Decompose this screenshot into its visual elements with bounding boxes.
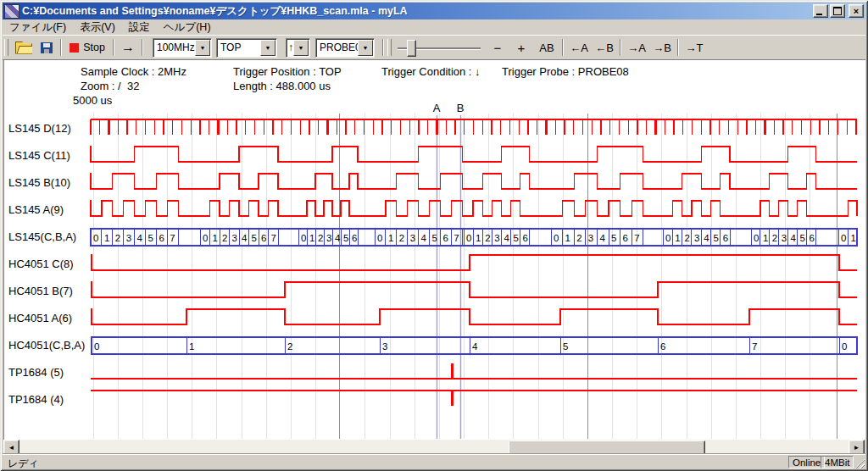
info-trigger-probe: Trigger Probe : PROBE08 xyxy=(502,65,629,78)
toolbar-separator xyxy=(562,39,564,56)
status-memory-badge: 4MBit xyxy=(821,456,854,468)
cursor-b-label[interactable]: B xyxy=(457,102,465,114)
menu-view[interactable]: 表示(V) xyxy=(73,19,122,36)
channel-label: HC4051(C,B,A) xyxy=(8,339,85,352)
status-ready-text: レディ xyxy=(8,457,39,471)
open-file-button[interactable] xyxy=(13,38,35,57)
channel-label: LS145 B(10) xyxy=(8,176,70,189)
channel-label: LS145 C(11) xyxy=(8,149,70,162)
channel-label: HC4051 A(6) xyxy=(8,312,72,324)
toolbar-separator xyxy=(620,39,621,56)
minimize-button[interactable] xyxy=(813,4,828,18)
app-window: C:¥Documents and Settings¥noname¥デスクトップ¥… xyxy=(0,0,868,471)
menubar: ファイル(F) 表示(V) 設定 ヘルプ(H) xyxy=(3,19,865,35)
toolbar-separator xyxy=(142,39,143,56)
goto-a-left-button[interactable]: ←A xyxy=(567,38,591,57)
toolbar-separator xyxy=(382,39,384,56)
waveform-canvas[interactable] xyxy=(3,59,865,440)
trigger-probe-select[interactable]: PROBE00 ▼ xyxy=(315,38,375,58)
channel-label: LS145(C,B,A) xyxy=(8,230,76,243)
zoom-in-button[interactable]: + xyxy=(511,38,531,57)
hscroll-thumb[interactable] xyxy=(509,441,705,455)
channel-label: TP1684 (4) xyxy=(8,393,64,406)
goto-trigger-button[interactable]: →T xyxy=(682,38,706,57)
window-controls: × xyxy=(811,4,864,18)
channel-label: HC4051 B(7) xyxy=(8,285,73,297)
zoom-ab-button[interactable]: AB xyxy=(535,38,559,57)
channel-label: LS145 D(12) xyxy=(8,122,71,135)
menu-settings[interactable]: 設定 xyxy=(122,19,157,36)
goto-a-right-button[interactable]: →A xyxy=(625,38,648,57)
channel-label: TP1684 (5) xyxy=(8,366,64,379)
toolbar: Stop → 100MHz ▼ TOP ▼ ↑ ▼ PROBE00 ▼ − + … xyxy=(3,35,865,60)
info-trigger-position: Trigger Position : TOP xyxy=(233,65,342,78)
statusbar: レディ Online 4MBit xyxy=(3,454,865,469)
toolbar-separator xyxy=(677,39,679,56)
app-icon xyxy=(4,4,19,19)
channel-label: HC4051 C(8) xyxy=(8,258,74,270)
scroll-right-icon: ► xyxy=(854,444,860,452)
stop-icon xyxy=(70,43,79,53)
info-length: Length : 488.000 us xyxy=(233,80,331,92)
close-button[interactable]: × xyxy=(849,4,864,18)
scroll-left-icon: ◄ xyxy=(8,444,15,452)
cursor-a-label[interactable]: A xyxy=(433,102,441,114)
channel-label: LS145 A(9) xyxy=(8,203,64,216)
stop-button[interactable]: Stop xyxy=(65,38,109,57)
toolbar-separator xyxy=(113,39,114,56)
status-online-badge: Online xyxy=(788,456,825,468)
toolbar-grip[interactable] xyxy=(387,39,392,56)
close-icon: × xyxy=(854,6,859,16)
goto-b-right-button[interactable]: →B xyxy=(650,38,674,57)
save-file-button[interactable] xyxy=(36,38,57,57)
zoom-slider-thumb[interactable] xyxy=(407,40,416,57)
maximize-icon xyxy=(833,7,842,15)
info-zoom: Zoom : / 32 xyxy=(81,80,139,92)
horizontal-scrollbar[interactable]: ◄ ► xyxy=(3,440,865,454)
toolbar-separator xyxy=(60,39,62,56)
stop-label: Stop xyxy=(83,42,105,53)
menu-file[interactable]: ファイル(F) xyxy=(3,19,73,36)
trigger-edge-select[interactable]: ↑ ▼ xyxy=(286,38,310,58)
run-button[interactable]: → xyxy=(118,38,138,57)
minimize-icon xyxy=(816,14,822,15)
maximize-button[interactable] xyxy=(830,4,845,18)
resize-grip-icon[interactable] xyxy=(854,457,865,468)
goto-b-left-button[interactable]: ←B xyxy=(593,38,616,57)
titlebar: C:¥Documents and Settings¥noname¥デスクトップ¥… xyxy=(3,3,865,19)
dropdown-arrow-icon[interactable]: ▼ xyxy=(195,40,210,56)
menu-help[interactable]: ヘルプ(H) xyxy=(157,19,218,36)
save-floppy-icon xyxy=(41,42,53,53)
dropdown-arrow-icon[interactable]: ▼ xyxy=(260,40,275,56)
dropdown-arrow-icon[interactable]: ▼ xyxy=(358,40,373,56)
toolbar-grip[interactable] xyxy=(4,39,8,56)
trigger-position-select[interactable]: TOP ▼ xyxy=(216,38,277,58)
dropdown-arrow-icon[interactable]: ▼ xyxy=(293,40,309,56)
info-trigger-condition: Trigger Condition : ↓ xyxy=(381,65,481,78)
window-title: C:¥Documents and Settings¥noname¥デスクトップ¥… xyxy=(22,4,408,19)
time-division-label: 5000 us xyxy=(73,94,112,107)
info-sample-clock: Sample Clock : 2MHz xyxy=(81,65,186,78)
open-folder-icon xyxy=(15,42,32,54)
zoom-out-button[interactable]: − xyxy=(487,38,508,57)
sample-clock-select[interactable]: 100MHz ▼ xyxy=(153,38,212,58)
